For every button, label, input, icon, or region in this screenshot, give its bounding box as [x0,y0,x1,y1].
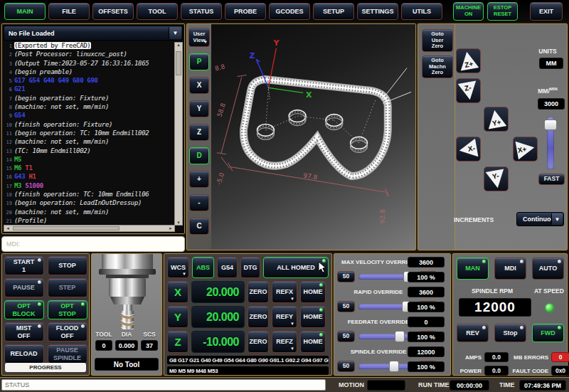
spindle-button[interactable]: REV [457,324,489,342]
menu-tab[interactable]: FILE [48,3,90,20]
jog-z-minus-button[interactable]: Z- [456,78,481,103]
cycle-button[interactable]: PAUSE [4,278,44,297]
scroll-up-icon[interactable]: ▲ [176,43,181,47]
mode-button[interactable]: AUTO [532,258,564,280]
gcode-line-text: (Post Processor: linuxcnc_post) [14,51,127,58]
cycle-button[interactable]: FLOOD OFF [48,322,87,341]
view-button[interactable]: Y [189,100,209,117]
scroll-down-icon[interactable]: ▼ [176,221,181,225]
stat-label: FAULT CODE [510,368,550,374]
home-axis-button[interactable]: HOME [300,281,326,303]
slider-handle[interactable] [395,331,405,342]
user-view-button[interactable]: User View ▼ [188,28,210,47]
override-slider[interactable] [358,274,415,280]
zero-axis-button[interactable]: ZERO [248,306,269,328]
increments-dropdown[interactable]: Continuous ▼ [516,212,564,226]
ref-axis-button[interactable]: REFX ▼ [272,281,297,303]
axis-select-button[interactable]: X [167,281,188,303]
axis-select-button[interactable]: Z [167,331,188,353]
cycle-button[interactable]: STOP [48,256,87,275]
override-slider[interactable] [358,364,415,369]
home-axis-button[interactable]: HOME [300,331,326,353]
gcode-line-number: 19 [4,201,14,206]
cycle-button-label: FLOOD OFF [56,324,79,339]
cycle-button[interactable]: OPT STOP [48,300,87,319]
dtg-button[interactable]: DTG [240,257,260,278]
view-button[interactable]: X [189,77,209,94]
mdi-input[interactable] [1,236,185,252]
goto-machine-zero-button[interactable]: Goto Machn Zero [422,55,453,78]
view-button[interactable]: C [189,218,209,235]
slider-handle[interactable] [389,361,399,372]
override-value-display: 3600 [408,257,445,267]
jog-z-plus-button[interactable]: Z+ [456,48,481,73]
jog-y-minus-button[interactable]: Y- [484,166,509,191]
menu-tab[interactable]: GCODES [269,3,310,20]
scroll-left-icon[interactable]: ◄ [6,226,10,231]
tool-readout-value: 0.000 [115,340,139,351]
overrides-panel: MAX VELOCITY OVERRIDE 3600 50 100 100 % … [334,253,451,376]
menu-tab[interactable]: TOOL [137,3,178,20]
slider-handle[interactable] [544,120,557,130]
menu-tab[interactable]: UTILS [401,3,442,20]
scrollbar-thumb[interactable] [176,51,181,75]
cycle-button[interactable]: START 1 [4,256,44,275]
cycle-button[interactable]: OPT BLOCK [4,300,44,319]
spindle-button[interactable]: Stop [494,324,526,342]
override-min-button[interactable]: 50 [337,271,355,282]
status-bar: STATUS MOTION RUN TIME 00:00:00 TIME 07:… [0,377,569,392]
file-select-combo[interactable]: No File Loaded ▼ [4,26,183,41]
menu-tab[interactable]: OFFSETS [92,3,134,20]
ref-axis-button[interactable]: REFZ ▼ [272,331,297,353]
horizontal-scrollbar[interactable]: ◄ ► [4,225,175,232]
chevron-down-icon[interactable]: ▼ [169,27,181,39]
menu-tab[interactable]: STATUS [181,3,222,20]
abs-button[interactable]: ABS [192,257,214,278]
scrollbar-thumb[interactable] [13,226,119,231]
spindle-button[interactable]: FWD [532,324,564,342]
cycle-button[interactable]: RELOAD [4,344,44,364]
menu-tab[interactable]: PROBE [225,3,266,20]
jog-rate-slider[interactable] [547,117,554,169]
view-button[interactable]: P [189,53,209,70]
axis-select-button[interactable]: Y [167,306,188,328]
menu-tab[interactable]: MAIN [4,3,46,20]
gcode-line-number: 6 [4,87,14,92]
g54-button[interactable]: G54 [217,257,238,278]
cycle-button[interactable]: PAUSE SPINDLE [48,344,87,364]
override-min-button[interactable]: 50 [337,301,355,312]
goto-user-zero-button[interactable]: Goto User Zero [422,29,453,52]
vertical-scrollbar[interactable]: ▲ ▼ [174,42,183,226]
gcode-editor[interactable]: 1 (Exported by FreeCAD) 2 (Post Processo… [4,42,175,226]
zero-axis-button[interactable]: ZERO [248,281,269,303]
machine-on-button[interactable]: MACHINE ON [453,2,484,21]
mode-button[interactable]: MAN [457,258,489,280]
view-button[interactable]: D [189,147,209,164]
jog-x-minus-button[interactable]: X- [456,137,481,161]
menu-tab[interactable]: SETTINGS [357,3,398,20]
mode-button[interactable]: MDI [494,258,526,280]
cycle-button[interactable]: STEP [48,278,87,297]
override-min-button[interactable]: 50 [337,331,355,342]
wcs-button[interactable]: WCS ▼ [167,257,189,278]
exit-button[interactable]: EXIT [530,2,563,21]
view-button[interactable]: + [189,171,209,188]
override-min-button[interactable]: 50 [337,361,355,372]
view-button[interactable]: - [189,194,209,211]
home-axis-button[interactable]: HOME [300,306,326,328]
jog-y-plus-button[interactable]: Y+ [484,107,509,132]
menu-tab[interactable]: SETUP [313,3,354,20]
chevron-down-icon[interactable]: ▼ [551,213,563,225]
zero-axis-button[interactable]: ZERO [248,331,269,353]
estop-reset-button[interactable]: ESTOP RESET [487,2,518,21]
scroll-right-icon[interactable]: ► [169,226,173,231]
jog-x-plus-button[interactable]: X+ [513,137,538,161]
stat-value: 0.0 [484,366,509,376]
override-slider[interactable] [358,304,415,309]
cycle-button[interactable]: MIST OFF [4,322,44,341]
view-button[interactable]: Z [189,124,209,141]
override-slider[interactable] [358,334,415,339]
ref-axis-button[interactable]: REFY ▼ [272,306,297,328]
chevron-down-icon: ▼ [290,346,294,351]
gcode-3d-viewport[interactable]: 8.8 58.8 -5.0 97.8 92.8 Y Z X [211,24,415,250]
